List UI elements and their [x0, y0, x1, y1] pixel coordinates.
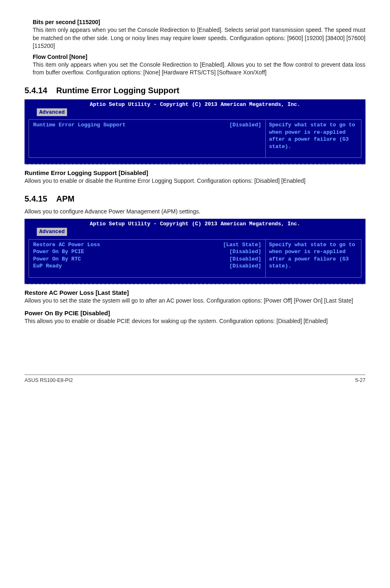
footer-left: ASUS RS100-E8-PI2: [25, 377, 73, 383]
bios-2-left-panel: Restore AC Power Loss [Last State] Power…: [29, 239, 265, 278]
bios-1-help-panel: Specify what state to go to when power i…: [265, 119, 361, 158]
restore-ac-text: Allows you to set the state the system w…: [25, 297, 365, 305]
bios-2-header: Aptio Setup Utility - Copyright (C) 2013…: [25, 219, 365, 228]
power-on-pcie-text: This allows you to enable or disable PCI…: [25, 317, 365, 325]
section-2-title: APM: [56, 194, 74, 204]
power-on-pcie-heading: Power On By PCIE [Disabled]: [25, 310, 365, 316]
bios-2-row-0-value: [Last State]: [223, 241, 261, 249]
section-1-title: Runtime Error Logging Support: [56, 86, 179, 95]
bios-1-header: Aptio Setup Utility - Copyright (C) 2013…: [25, 99, 365, 108]
bios-2-row-3-label: EuP Ready: [33, 263, 62, 270]
bios-1-left-panel: Runtime Error Logging Support [Disabled]: [29, 119, 265, 158]
bios-2-tabrow: Advanced: [25, 228, 365, 237]
flow-control-heading: Flow Control [None]: [33, 54, 365, 60]
bios-1-tab-advanced: Advanced: [37, 108, 67, 117]
bios-2-row-3-value: [Disabled]: [229, 263, 261, 270]
bios-2-row-1: Power On By PCIE [Disabled]: [33, 248, 261, 256]
bios-2-row-2-value: [Disabled]: [229, 256, 261, 263]
bios-screenshot-1: Aptio Setup Utility - Copyright (C) 2013…: [25, 99, 365, 164]
restore-ac-heading: Restore AC Power Loss [Last State]: [25, 289, 365, 296]
bios-2-row-0: Restore AC Power Loss [Last State]: [33, 241, 261, 249]
section-2-number: 5.4.15: [25, 194, 47, 204]
page-footer: ASUS RS100-E8-PI2 5-27: [25, 375, 365, 383]
bios-1-row-0-label: Runtime Error Logging Support: [33, 121, 126, 129]
bios-2-row-2-label: Power On By RTC: [33, 256, 81, 263]
bios-2-row-3: EuP Ready [Disabled]: [33, 263, 261, 270]
bios-2-row-0-label: Restore AC Power Loss: [33, 241, 100, 249]
runtime-error-sub-text: Allows you to enable or disable the Runt…: [25, 177, 365, 185]
section-2-intro: Allows you to configure Advance Power Ma…: [25, 208, 365, 216]
bios-1-row-0-value: [Disabled]: [229, 121, 261, 129]
runtime-error-sub-heading: Runtime Error Logging Support [Disabled]: [25, 169, 365, 176]
bios-2-row-2: Power On By RTC [Disabled]: [33, 256, 261, 263]
bios-2-help-panel: Specify what state to go to when power i…: [265, 239, 361, 278]
section-2-heading: 5.4.15 APM: [25, 194, 365, 204]
bios-screenshot-2: Aptio Setup Utility - Copyright (C) 2013…: [25, 219, 365, 284]
section-1-heading: 5.4.14 Runtime Error Logging Support: [25, 86, 365, 95]
bios-2-row-1-value: [Disabled]: [229, 248, 261, 256]
bits-per-second-text: This item only appears when you set the …: [33, 26, 365, 50]
bios-1-row-0: Runtime Error Logging Support [Disabled]: [33, 121, 261, 129]
bios-2-row-1-label: Power On By PCIE: [33, 248, 84, 256]
footer-right: 5-27: [355, 377, 365, 383]
bios-1-tabrow: Advanced: [25, 108, 365, 117]
section-1-number: 5.4.14: [25, 86, 47, 95]
bios-2-tab-advanced: Advanced: [37, 228, 67, 236]
flow-control-text: This item only appears when you set the …: [33, 61, 365, 77]
bits-per-second-heading: Bits per second [115200]: [33, 19, 365, 25]
